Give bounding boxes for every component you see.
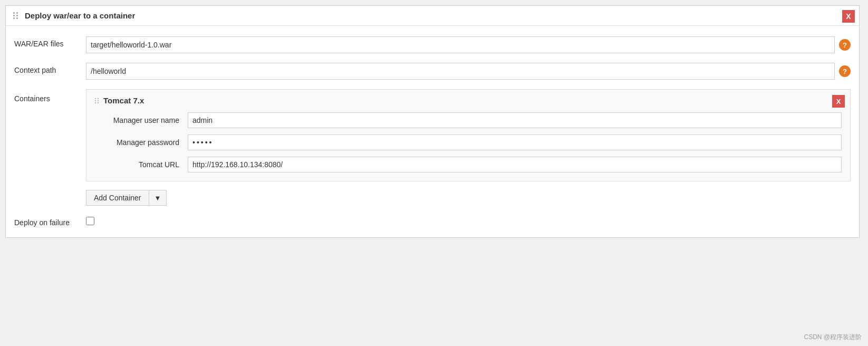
deploy-on-failure-row: Deploy on failure — [14, 215, 851, 227]
context-path-input[interactable] — [86, 63, 835, 80]
add-container-arrow-icon: ▼ — [149, 191, 167, 205]
war-ear-row: WAR/EAR files ? — [14, 36, 851, 53]
tomcat-url-label: Tomcat URL — [95, 160, 179, 169]
war-ear-field-wrapper: ? — [86, 36, 851, 53]
deploy-dialog: Deploy war/ear to a container X WAR/EAR … — [5, 5, 860, 238]
war-ear-help-icon[interactable]: ? — [839, 39, 851, 51]
watermark: CSDN @程序装进阶 — [804, 333, 862, 342]
manager-user-input[interactable] — [188, 112, 842, 128]
containers-section: Tomcat 7.x X Manager user name Manager p… — [86, 89, 851, 206]
drag-handle-icon — [13, 12, 18, 19]
form-body: WAR/EAR files ? Context path ? Container… — [6, 26, 859, 237]
containers-row: Containers Tomcat 7.x X M — [14, 89, 851, 206]
context-path-row: Context path ? — [14, 63, 851, 80]
manager-password-input[interactable] — [188, 134, 842, 150]
dialog-close-button[interactable]: X — [842, 10, 855, 23]
war-ear-input[interactable] — [86, 36, 835, 53]
manager-password-row: Manager password — [95, 134, 842, 150]
context-path-label: Context path — [14, 63, 78, 74]
add-container-button[interactable]: Add Container ▼ — [86, 190, 167, 206]
deploy-on-failure-checkbox[interactable] — [86, 217, 94, 225]
dialog-titlebar: Deploy war/ear to a container X — [6, 6, 859, 26]
context-path-help-icon[interactable]: ? — [839, 65, 851, 77]
context-path-field-wrapper: ? — [86, 63, 851, 80]
tomcat-url-input[interactable] — [188, 157, 842, 172]
dialog-title: Deploy war/ear to a container — [25, 11, 852, 20]
manager-user-label: Manager user name — [95, 116, 179, 124]
deploy-on-failure-label: Deploy on failure — [14, 215, 78, 227]
manager-password-label: Manager password — [95, 138, 179, 147]
containers-label: Containers — [14, 89, 78, 103]
add-container-label: Add Container — [86, 190, 149, 205]
tomcat-url-row: Tomcat URL — [95, 157, 842, 172]
manager-user-row: Manager user name — [95, 112, 842, 128]
container-close-button[interactable]: X — [832, 95, 845, 108]
container-drag-handle-icon — [95, 98, 99, 103]
container-card-title: Tomcat 7.x — [103, 96, 144, 105]
container-card-tomcat: Tomcat 7.x X Manager user name Manager p… — [86, 89, 851, 181]
container-card-header: Tomcat 7.x — [95, 96, 842, 105]
war-ear-label: WAR/EAR files — [14, 36, 78, 48]
